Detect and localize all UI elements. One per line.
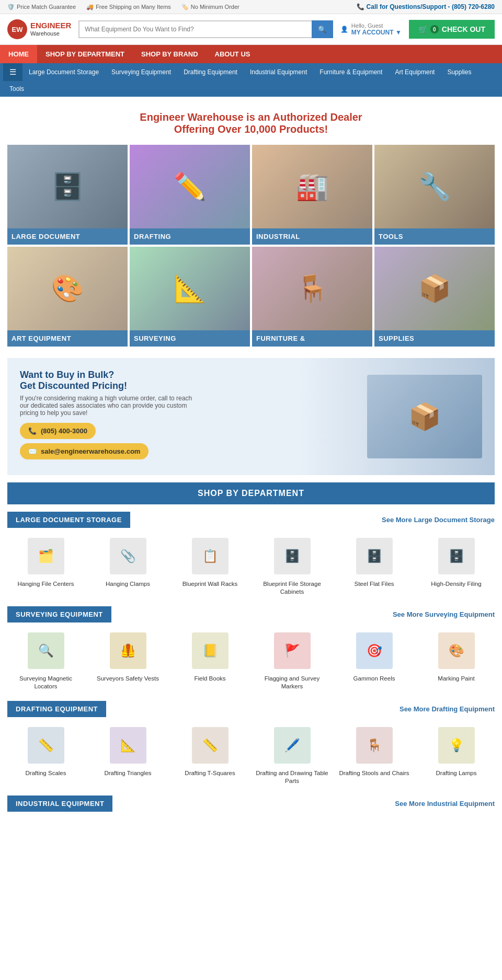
- checkout-button[interactable]: 🛒 0 CHECK OUT: [409, 20, 495, 39]
- account-section: 👤 Hello, Guest MY ACCOUNT ▼: [340, 22, 402, 36]
- nav-home[interactable]: HOME: [0, 45, 37, 63]
- see-more-large-doc[interactable]: See More Large Document Storage: [382, 516, 495, 524]
- sub-nav-tools[interactable]: Tools: [3, 81, 30, 97]
- see-more-surveying[interactable]: See More Surveying Equipment: [393, 610, 495, 618]
- nav-about[interactable]: ABOUT US: [207, 45, 259, 63]
- sub-nav-toggle[interactable]: ☰: [3, 63, 22, 81]
- prod-drawing-table-parts[interactable]: 🖊️ Drafting and Drawing Table Parts: [254, 724, 330, 785]
- prod-drafting-lamps[interactable]: 💡 Drafting Lamps: [418, 724, 495, 785]
- section-drafting: DRAFTING EQUIPMENT See More Drafting Equ…: [0, 701, 502, 795]
- tag-icon: 🏷️: [181, 4, 189, 10]
- prod-hanging-clamps[interactable]: 📎 Hanging Clamps: [89, 535, 166, 596]
- hero-brand: Engineer Warehouse: [140, 111, 243, 123]
- logo[interactable]: EW ENGINEER Warehouse: [7, 19, 71, 39]
- prod-t-squares[interactable]: 📏 Drafting T-Squares: [172, 724, 248, 785]
- section-title-surveying: SURVEYING EQUIPMENT: [7, 606, 111, 622]
- prod-img: 📐: [110, 727, 146, 764]
- prod-img: 🗂️: [28, 538, 64, 574]
- cat-surveying[interactable]: 📐 SURVEYING: [130, 247, 250, 347]
- prod-field-books[interactable]: 📒 Field Books: [172, 630, 248, 690]
- prod-img: 🗄️: [274, 538, 311, 574]
- top-bar: 🛡️ Price Match Guarantee 🚚 Free Shipping…: [0, 0, 502, 14]
- nav-shop-dept[interactable]: SHOP BY DEPARTMENT: [37, 45, 133, 63]
- sub-nav-supplies[interactable]: Supplies: [441, 64, 477, 80]
- prod-blueprint-wall-racks[interactable]: 📋 Blueprint Wall Racks: [172, 535, 248, 596]
- sub-nav-art[interactable]: Art Equipment: [389, 64, 441, 80]
- section-industrial: INDUSTRIAL EQUIPMENT See More Industrial…: [0, 795, 502, 829]
- prod-blueprint-cabinets[interactable]: 🗄️ Blueprint File Storage Cabinets: [254, 535, 330, 596]
- section-large-doc: LARGE DOCUMENT STORAGE See More Large Do…: [0, 512, 502, 606]
- bulk-image: 📦: [367, 375, 482, 458]
- prod-drafting-stools[interactable]: 🪑 Drafting Stools and Chairs: [336, 724, 413, 785]
- cat-tools[interactable]: 🔧 TOOLS: [374, 145, 495, 245]
- bulk-body: If you're considering making a high volu…: [20, 395, 198, 417]
- cat-large-doc[interactable]: 🗄️ LARGE DOCUMENT: [7, 145, 128, 245]
- logo-icon: EW: [7, 19, 27, 39]
- prod-img: 🪑: [356, 727, 393, 764]
- main-nav: HOME SHOP BY DEPARTMENT SHOP BY BRAND AB…: [0, 45, 502, 63]
- see-more-drafting[interactable]: See More Drafting Equipment: [400, 705, 495, 713]
- email-icon: ✉️: [28, 447, 37, 455]
- cat-drafting[interactable]: ✏️ DRAFTING: [130, 145, 250, 245]
- drafting-products: 📏 Drafting Scales 📐 Drafting Triangles 📏…: [7, 724, 495, 785]
- section-title-industrial: INDUSTRIAL EQUIPMENT: [7, 795, 112, 812]
- search-button[interactable]: 🔍: [312, 20, 333, 38]
- search-input[interactable]: [78, 20, 312, 38]
- sub-nav-industrial[interactable]: Industrial Equipment: [244, 64, 313, 80]
- prod-safety-vests[interactable]: 🦺 Surveyors Safety Vests: [89, 630, 166, 690]
- no-min-order: 🏷️ No Minimum Order: [181, 4, 239, 10]
- nav-shop-brand[interactable]: SHOP BY BRAND: [133, 45, 207, 63]
- logo-text: ENGINEER Warehouse: [30, 21, 71, 37]
- hero-section: Engineer Warehouse is an Authorized Deal…: [0, 97, 502, 145]
- prod-img: 📏: [192, 727, 229, 764]
- bulk-phone[interactable]: 📞 (805) 400-3000: [20, 423, 96, 439]
- phone-icon: 📞: [28, 427, 37, 435]
- shop-dept-header: SHOP BY DEPARTMENT: [7, 482, 495, 504]
- prod-steel-flat-files[interactable]: 🗄️ Steel Flat Files: [336, 535, 413, 596]
- bulk-email[interactable]: ✉️ sale@engineerwarehouse.com: [20, 443, 149, 459]
- cart-icon: 🛒: [418, 25, 427, 33]
- truck-icon: 🚚: [86, 4, 94, 10]
- cat-art[interactable]: 🎨 ART EQUIPMENT: [7, 247, 128, 347]
- sub-nav-furniture[interactable]: Furniture & Equipment: [313, 64, 389, 80]
- bulk-banner: Want to Buy in Bulk?Get Discounted Prici…: [7, 358, 495, 475]
- prod-img: 🖊️: [274, 727, 311, 764]
- prod-magnetic-locators[interactable]: 🔍 Surveying Magnetic Locators: [7, 630, 84, 690]
- prod-img: 📎: [110, 538, 146, 574]
- prod-hanging-file[interactable]: 🗂️ Hanging File Centers: [7, 535, 84, 596]
- shield-icon: 🛡️: [7, 4, 15, 10]
- prod-gammon-reels[interactable]: 🎯 Gammon Reels: [336, 630, 413, 690]
- prod-img: 🎯: [356, 632, 393, 669]
- sub-nav: ☰ Large Document Storage Surveying Equip…: [0, 63, 502, 97]
- sub-nav-drafting[interactable]: Drafting Equipment: [177, 64, 244, 80]
- prod-img: 🗄️: [438, 538, 475, 574]
- prod-img: 📋: [192, 538, 229, 574]
- section-title-large-doc: LARGE DOCUMENT STORAGE: [7, 512, 130, 528]
- surveying-products: 🔍 Surveying Magnetic Locators 🦺 Surveyor…: [7, 630, 495, 690]
- see-more-industrial[interactable]: See More Industrial Equipment: [395, 800, 495, 808]
- prod-img: 🚩: [274, 632, 311, 669]
- prod-flagging-markers[interactable]: 🚩 Flagging and Survey Markers: [254, 630, 330, 690]
- prod-drafting-triangles[interactable]: 📐 Drafting Triangles: [89, 724, 166, 785]
- prod-high-density-filing[interactable]: 🗄️ High-Density Filing: [418, 535, 495, 596]
- cat-furniture[interactable]: 🪑 FURNITURE &: [252, 247, 372, 347]
- section-title-drafting: DRAFTING EQUIPMENT: [7, 701, 106, 717]
- prod-img: 💡: [438, 727, 475, 764]
- prod-marking-paint[interactable]: 🎨 Marking Paint: [418, 630, 495, 690]
- prod-img: 🎨: [438, 632, 475, 669]
- large-doc-products: 🗂️ Hanging File Centers 📎 Hanging Clamps…: [7, 535, 495, 596]
- price-match: 🛡️ Price Match Guarantee: [7, 4, 76, 10]
- support-phone[interactable]: 📞 Call for Questions/Support - (805) 720…: [357, 3, 495, 10]
- bulk-heading: Want to Buy in Bulk?Get Discounted Prici…: [20, 370, 355, 391]
- prod-img: 🦺: [110, 632, 146, 669]
- sub-nav-large-doc[interactable]: Large Document Storage: [22, 64, 105, 80]
- prod-img: 🗄️: [356, 538, 393, 574]
- prod-drafting-scales[interactable]: 📏 Drafting Scales: [7, 724, 84, 785]
- cat-supplies[interactable]: 📦 SUPPLIES: [374, 247, 495, 347]
- my-account-link[interactable]: MY ACCOUNT ▼: [351, 29, 402, 36]
- free-shipping: 🚚 Free Shipping on Many Items: [86, 4, 171, 10]
- cat-industrial[interactable]: 🏭 INDUSTRIAL: [252, 145, 372, 245]
- prod-img: 📏: [28, 727, 64, 764]
- sub-nav-surveying[interactable]: Surveying Equipment: [105, 64, 177, 80]
- search-form: 🔍: [78, 20, 333, 38]
